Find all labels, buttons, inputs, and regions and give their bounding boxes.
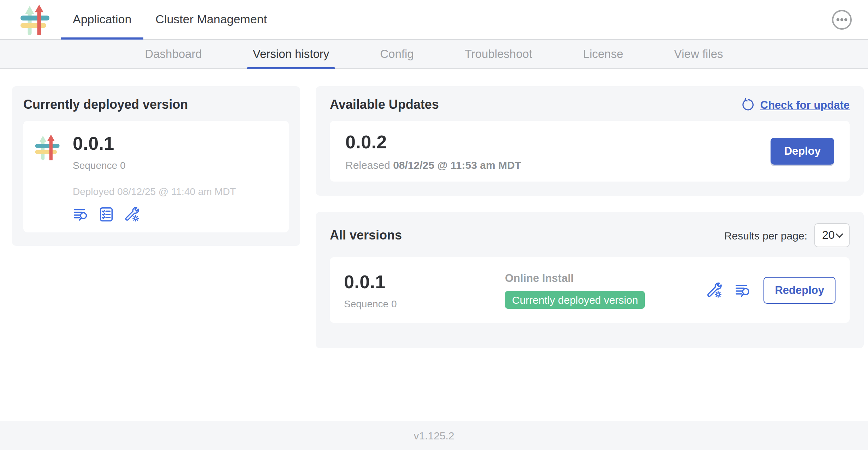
header-tabs: Application Cluster Management	[61, 0, 279, 39]
results-per-page: Results per page: 20	[724, 223, 850, 247]
currently-deployed-panel: Currently deployed version 0.0.1 Sequenc…	[12, 86, 300, 246]
subnav-config-label: Config	[380, 47, 414, 61]
subnav-view-files-label: View files	[674, 47, 723, 61]
diff-icon[interactable]	[735, 282, 751, 298]
available-updates-panel: Available Updates Check for update	[316, 86, 864, 196]
subnav-item-license[interactable]: License	[577, 40, 629, 69]
results-per-page-label: Results per page:	[724, 229, 807, 241]
subnav-item-dashboard[interactable]: Dashboard	[139, 40, 207, 69]
available-update-row: 0.0.2 Released 08/12/25 @ 11:53 am MDT D…	[330, 121, 850, 182]
subnav-item-version-history[interactable]: Version history	[247, 40, 335, 69]
version-row-status: Online Install Currently deployed versio…	[505, 272, 645, 308]
app-header: Application Cluster Management	[0, 0, 868, 40]
subnav-license-label: License	[583, 47, 623, 61]
deployed-version-timestamp: Deployed 08/12/25 @ 11:40 am MDT	[73, 186, 236, 197]
update-details: 0.0.2 Released 08/12/25 @ 11:53 am MDT	[345, 131, 521, 171]
subnav-version-history-label: Version history	[253, 47, 329, 61]
preflight-checks-icon[interactable]	[98, 206, 114, 223]
released-date: 08/12/25 @ 11:53 am MDT	[393, 159, 521, 171]
tab-cluster-management[interactable]: Cluster Management	[143, 0, 279, 39]
all-versions-title: All versions	[330, 228, 402, 243]
row-version-sequence: Sequence 0	[344, 298, 505, 309]
app-logo-icon	[35, 134, 61, 160]
deployed-version-details: 0.0.1 Sequence 0 Deployed 08/12/25 @ 11:…	[73, 133, 236, 220]
console-version: v1.125.2	[414, 430, 454, 442]
subnav-item-view-files[interactable]: View files	[668, 40, 729, 69]
currently-deployed-badge: Currently deployed version	[505, 291, 645, 308]
main-content: Currently deployed version 0.0.1 Sequenc…	[0, 69, 868, 421]
available-updates-header: Available Updates Check for update	[330, 97, 850, 112]
chevron-down-icon	[836, 233, 843, 238]
viewport: Application Cluster Management Dashboard…	[0, 0, 868, 450]
version-row-actions: Redeploy	[706, 277, 836, 303]
results-per-page-select[interactable]: 20	[814, 223, 850, 247]
all-versions-panel: All versions Results per page: 20	[316, 212, 864, 348]
update-released-line: Released 08/12/25 @ 11:53 am MDT	[345, 159, 521, 171]
diff-icon[interactable]	[73, 206, 89, 223]
overflow-menu-button[interactable]	[831, 8, 852, 30]
subnav-item-config[interactable]: Config	[374, 40, 419, 69]
console-footer: v1.125.2	[0, 421, 868, 450]
admin-console-page: Application Cluster Management Dashboard…	[0, 0, 868, 450]
redeploy-button[interactable]: Redeploy	[763, 277, 836, 303]
check-for-update-link[interactable]: Check for update	[741, 98, 850, 112]
ellipsis-icon	[831, 9, 852, 30]
all-versions-header: All versions Results per page: 20	[330, 223, 850, 247]
tab-cluster-management-label: Cluster Management	[155, 12, 267, 26]
row-version-number: 0.0.1	[344, 271, 505, 293]
app-logo-icon	[20, 4, 51, 35]
version-row-details: 0.0.1 Sequence 0	[344, 271, 505, 309]
refresh-icon	[741, 98, 755, 112]
subnav-dashboard-label: Dashboard	[145, 47, 202, 61]
currently-deployed-title: Currently deployed version	[23, 97, 289, 112]
deploy-button[interactable]: Deploy	[771, 138, 834, 165]
right-column: Available Updates Check for update	[316, 86, 864, 421]
edit-config-icon[interactable]	[706, 282, 723, 298]
edit-config-icon[interactable]	[124, 206, 140, 223]
available-updates-title: Available Updates	[330, 97, 439, 112]
tab-application[interactable]: Application	[61, 0, 143, 39]
install-type-label: Online Install	[505, 272, 645, 284]
tab-application-label: Application	[73, 12, 131, 26]
deployed-version-number: 0.0.1	[73, 133, 236, 155]
deployed-version-actions	[73, 206, 236, 223]
deployed-version-sequence: Sequence 0	[73, 160, 236, 171]
check-for-update-label: Check for update	[760, 99, 850, 111]
results-per-page-value: 20	[822, 229, 835, 242]
app-subnav: Dashboard Version history Config Trouble…	[0, 40, 868, 69]
released-label: Released	[345, 159, 390, 171]
subnav-item-troubleshoot[interactable]: Troubleshoot	[459, 40, 538, 69]
version-row: 0.0.1 Sequence 0 Online Install Currentl…	[330, 257, 850, 323]
subnav-troubleshoot-label: Troubleshoot	[465, 47, 532, 61]
currently-deployed-card: 0.0.1 Sequence 0 Deployed 08/12/25 @ 11:…	[23, 121, 289, 232]
update-version-number: 0.0.2	[345, 131, 521, 153]
